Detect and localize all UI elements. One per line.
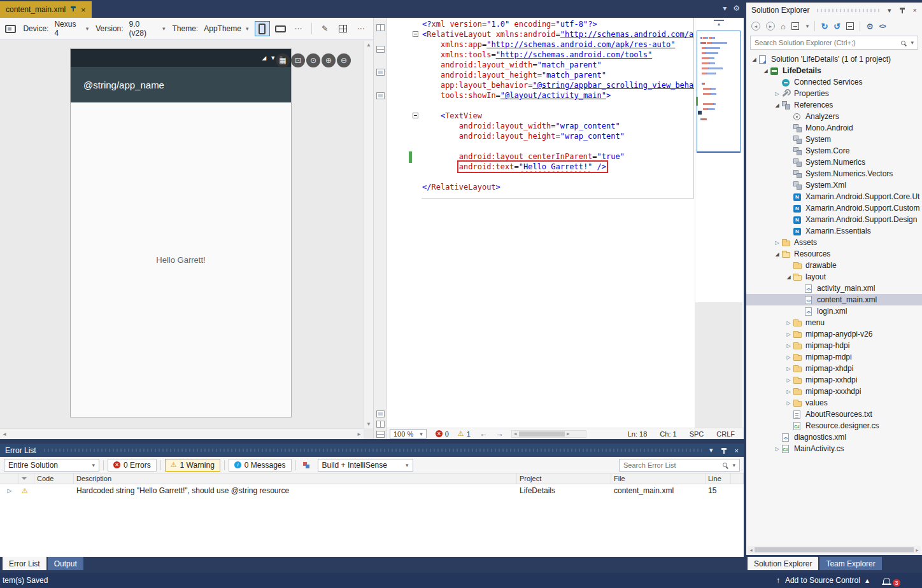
scroll-left-icon[interactable]: ◄	[513, 431, 518, 436]
version-dropdown[interactable]: 9.0 (v28)	[129, 20, 158, 38]
scroll-right-icon[interactable]: ►	[915, 548, 919, 552]
tree-item-references[interactable]: ◢References	[746, 99, 922, 111]
chevron-down-icon[interactable]: ▾	[806, 23, 809, 29]
tab-error-list[interactable]: Error List	[3, 557, 46, 570]
more-options-button[interactable]: ⋯	[291, 21, 306, 36]
pencil-icon[interactable]: ✎	[318, 21, 332, 36]
filter-settings-icon[interactable]	[300, 459, 314, 472]
chevron-down-icon[interactable]: ▾	[911, 39, 914, 46]
scroll-left-icon[interactable]: ◄	[749, 548, 753, 552]
layout-bounds-icon[interactable]: ▦	[276, 53, 290, 67]
window-position-icon[interactable]: ▾	[709, 446, 713, 454]
scrollbar-thumb[interactable]	[519, 431, 565, 437]
tree-item-menu[interactable]: ▷menu	[746, 317, 922, 328]
zoom-100-icon[interactable]: ⊙	[306, 53, 320, 67]
tree-item-mipmap-xhdpi[interactable]: ▷mipmap-xhdpi	[746, 363, 922, 374]
fold-collapse-icon[interactable]	[413, 31, 418, 37]
zoom-fit-icon[interactable]: ⊡	[291, 53, 305, 67]
switch-views-icon[interactable]	[791, 22, 799, 30]
search-icon[interactable]	[723, 463, 727, 467]
solution-explorer-search-input[interactable]: Search Solution Expl​orer (Ctrl+;) ▾	[750, 36, 918, 50]
source-dropdown[interactable]: Build + IntelliSense ▾	[318, 459, 413, 472]
expander-icon[interactable]: ▷	[784, 377, 793, 383]
project-column-header[interactable]: Project	[517, 473, 611, 484]
tree-item-lifedetails[interactable]: ◢LifeDetails	[746, 65, 922, 76]
editor-warning-count[interactable]: ⚠ 1	[458, 430, 471, 438]
landscape-orientation-button[interactable]	[273, 21, 288, 36]
code-line-17[interactable]: </RelativeLayout>	[422, 182, 694, 192]
expander-icon[interactable]: ◢	[784, 274, 793, 280]
notifications-bell-icon[interactable]	[883, 578, 890, 584]
active-files-dropdown-icon[interactable]: ▾	[723, 4, 727, 13]
code-line-3[interactable]: xmlns:app="http://schemas.android.com/ap…	[422, 39, 694, 50]
code-line-13[interactable]	[422, 141, 694, 151]
expander-icon[interactable]: ▷	[784, 400, 793, 406]
code-line-4[interactable]: xmlns:tools="http://schemas.android.com/…	[422, 50, 694, 60]
errors-filter-button[interactable]: ✕ 0 Errors	[108, 459, 157, 472]
code-line-11[interactable]: android:layout_width="wrap_content"	[422, 121, 694, 131]
tab-content-main-xml[interactable]: content_main.xml ×	[0, 1, 92, 18]
tree-item-resource-designer-cs[interactable]: Resource.designer.cs	[746, 420, 922, 431]
tree-item-mipmap-mdpi[interactable]: ▷mipmap-mdpi	[746, 351, 922, 363]
grid-toggle-button[interactable]	[336, 21, 350, 36]
chevron-down-icon[interactable]: ▾	[162, 25, 166, 32]
tree-item-system-xml[interactable]: System.Xml	[746, 179, 922, 191]
tree-item-system-numerics-vectors[interactable]: System.Numerics.Vectors	[746, 168, 922, 179]
close-icon[interactable]: ×	[735, 447, 739, 454]
expand-right-pane-icon[interactable]	[376, 92, 385, 99]
chevron-up-icon[interactable]: ▴	[865, 576, 869, 585]
designer-horizontal-scrollbar[interactable]: ◄ ►	[0, 428, 364, 439]
pin-icon[interactable]	[721, 447, 727, 454]
device-dropdown[interactable]: Nexus 4	[54, 20, 81, 38]
error-list-search-input[interactable]: Search Error List ▾	[619, 459, 740, 472]
code-line-5[interactable]: android:layout_width="match_parent"	[422, 60, 694, 70]
tree-item-system[interactable]: System	[746, 134, 922, 145]
line-column-header[interactable]: Line	[706, 473, 731, 484]
back-icon[interactable]: ◄	[751, 22, 760, 31]
tree-item-xamarin-android-support-core-ut[interactable]: Xamarin.Android.Support.Core.Ut	[746, 191, 922, 202]
textview-widget[interactable]: Hello Garrett!	[71, 255, 291, 265]
tree-item-xamarin-android-support-design[interactable]: Xamarin.Android.Support.Design	[746, 214, 922, 225]
tree-item-mipmap-anydpi-v26[interactable]: ▷mipmap-anydpi-v26	[746, 328, 922, 340]
code-lines[interactable]: <?xml version="1.0" encoding="utf-8"?><R…	[422, 19, 694, 428]
close-icon[interactable]: ×	[81, 6, 86, 14]
tree-item-analyzers[interactable]: Analyzers	[746, 111, 922, 122]
tree-item-mipmap-hdpi[interactable]: ▷mipmap-hdpi	[746, 340, 922, 351]
tree-item-xamarin-essentials[interactable]: Xamarin.Essentials	[746, 225, 922, 237]
add-to-source-control-button[interactable]: Add to Source Control	[785, 576, 860, 585]
tree-item-diagnostics-xml[interactable]: diagnostics.xml	[746, 431, 922, 443]
collapse-all-icon[interactable]	[846, 22, 854, 30]
tree-item-solution-lifedetails-1-of-1-project[interactable]: ◢Solution 'LifeDetails' (1 of 1 project)	[746, 53, 922, 65]
split-editor-grip[interactable]: ▴	[714, 20, 724, 27]
expander-icon[interactable]: ▷	[773, 240, 781, 246]
tree-item-xamarin-android-support-custom[interactable]: Xamarin.Android.Support.Custom	[746, 202, 922, 214]
tree-item-resources[interactable]: ◢Resources	[746, 248, 922, 260]
split-view-icon[interactable]	[376, 421, 385, 428]
scope-dropdown[interactable]: Entire Solution ▾	[4, 459, 99, 472]
tree-item-activity-main-xml[interactable]: activity_main.xml	[746, 283, 922, 294]
designer-canvas[interactable]: ◢ ▼ ▮ @string/app_name Hello Garrett! ▦ …	[0, 41, 364, 428]
zoom-out-icon[interactable]: ⊖	[337, 53, 351, 67]
chevron-down-icon[interactable]: ▾	[246, 25, 249, 32]
device-frame-icon[interactable]	[5, 25, 16, 33]
theme-dropdown[interactable]: AppTheme	[204, 24, 241, 33]
severity-column-header[interactable]	[19, 473, 34, 484]
expander-icon[interactable]: ▷	[784, 320, 793, 326]
source-view-icon[interactable]	[376, 431, 385, 438]
tree-item-drawable[interactable]: drawable	[746, 260, 922, 271]
code-line-7[interactable]: app:layout_behavior="@string/appbar_scro…	[422, 80, 694, 90]
tab-solution-explorer[interactable]: Solution Explorer	[748, 557, 818, 570]
code-line-16[interactable]	[422, 172, 694, 182]
code-line-12[interactable]: android:layout_height="wrap_content"	[422, 131, 694, 141]
code-line-9[interactable]	[422, 101, 694, 111]
error-list-row[interactable]: ▷ ⚠ Hardcoded string "Hello Garrett!", s…	[0, 484, 744, 497]
expander-icon[interactable]: ▷	[784, 389, 793, 395]
code-line-14[interactable]: android:layout_centerInParent="true"	[422, 151, 694, 162]
pin-icon[interactable]	[899, 7, 905, 13]
view-code-icon[interactable]: <>	[879, 23, 886, 30]
zoom-dropdown[interactable]: 100 % ▾	[390, 429, 427, 438]
tree-item-layout[interactable]: ◢layout	[746, 271, 922, 283]
row-expander-icon[interactable]: ▷	[0, 484, 19, 497]
code-line-10[interactable]: <TextView	[422, 111, 694, 121]
pin-icon[interactable]	[70, 6, 76, 13]
